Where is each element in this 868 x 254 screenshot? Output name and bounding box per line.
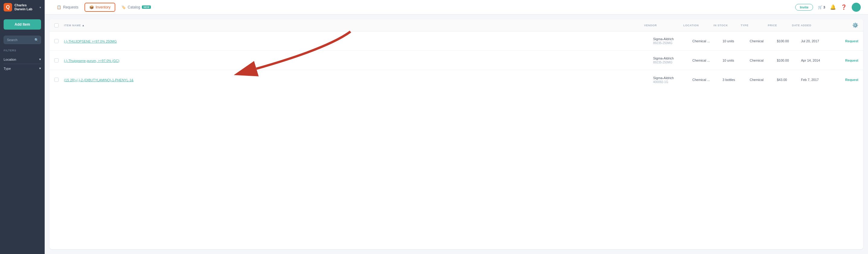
col-header-name[interactable]: ITEM NAME ▲: [64, 24, 644, 27]
filter-location[interactable]: Location ▾: [4, 55, 41, 64]
type-col: Chemical: [750, 39, 777, 43]
table-row: (-)-THUJOPSENE >=97.0% 250MG Sigma-Aldri…: [50, 31, 863, 51]
price-col: $43.00: [777, 78, 801, 82]
item-name-link[interactable]: (-)-Thujopsene,purum, >=97.0% (GC): [64, 59, 119, 62]
select-all-checkbox-col: [54, 23, 64, 27]
location-col: Chemical ...: [692, 59, 722, 62]
item-name-col: (-)-Thujopsene,purum, >=97.0% (GC): [64, 58, 653, 63]
price-col: $100.00: [777, 59, 801, 62]
vendor-name: Sigma-Aldrich: [653, 56, 692, 60]
type-col: Chemical: [750, 59, 777, 62]
tab-catalog[interactable]: 🏷️ Catalog NEW: [117, 3, 156, 12]
nav-tabs: 📋 Requests 📦 Inventory 🏷️ Catalog NEW: [52, 3, 795, 12]
request-link[interactable]: Request: [834, 78, 858, 82]
table-row: (-)-Thujopsene,purum, >=97.0% (GC) Sigma…: [50, 51, 863, 70]
sidebar-header: Q Charles Darwin Lab ▾: [0, 0, 45, 15]
date-col: Apr 14, 2014: [801, 59, 834, 62]
col-header-stock: IN STOCK: [713, 24, 741, 27]
filters-section: FILTERS Location ▾ Type ▾: [0, 44, 45, 73]
filter-type[interactable]: Type ▾: [4, 64, 41, 73]
catalog-icon: 🏷️: [121, 5, 126, 9]
col-settings[interactable]: ⚙️: [849, 22, 858, 28]
request-link[interactable]: Request: [834, 39, 858, 43]
date-col: Feb 7, 2017: [801, 78, 834, 82]
table-wrapper: ITEM NAME ▲ VENDOR LOCATION IN STOCK TYP…: [45, 15, 868, 254]
type-col: Chemical: [750, 78, 777, 82]
tab-inventory[interactable]: 📦 Inventory: [85, 3, 115, 12]
row-checkbox-col: [54, 39, 64, 43]
cart-icon: 🛒: [818, 5, 823, 9]
row-checkbox-col: [54, 58, 64, 62]
stock-col: 10 units: [722, 59, 750, 62]
col-header-location: LOCATION: [683, 24, 713, 27]
vendor-name: Sigma-Aldrich: [653, 76, 692, 80]
avatar[interactable]: [852, 3, 861, 12]
col-name-label: ITEM NAME: [64, 24, 81, 27]
item-name-link[interactable]: (-)-THUJOPSENE >=97.0% 250MG: [64, 39, 117, 43]
vendor-col: Sigma-Aldrich 400092-1G: [653, 76, 692, 84]
new-badge: NEW: [142, 5, 151, 9]
col-header-vendor: VENDOR: [644, 24, 683, 27]
main-content: 📋 Requests 📦 Inventory 🏷️ Catalog NEW In…: [45, 0, 868, 254]
location-col: Chemical ...: [692, 78, 722, 82]
tab-inventory-label: Inventory: [96, 5, 111, 9]
search-icon: 🔍: [34, 38, 39, 42]
vendor-col: Sigma-Aldrich 89235-250MG: [653, 37, 692, 45]
item-name-link[interactable]: (1S 2R)-(-)-2-(DIBUTYLAMINO)-1-PHENYL-1&: [64, 78, 133, 82]
filters-label: FILTERS: [4, 49, 41, 52]
search-box: 🔍: [4, 36, 41, 44]
filter-type-label: Type: [4, 67, 11, 70]
item-name-col: (1S 2R)-(-)-2-(DIBUTYLAMINO)-1-PHENYL-1&: [64, 77, 653, 82]
location-col: Chemical ...: [692, 39, 722, 43]
vendor-col: Sigma-Aldrich 89235-250MG: [653, 56, 692, 64]
row-checkbox[interactable]: [54, 58, 59, 62]
row-checkbox[interactable]: [54, 39, 59, 43]
requests-icon: 📋: [57, 5, 61, 9]
top-navigation: 📋 Requests 📦 Inventory 🏷️ Catalog NEW In…: [45, 0, 868, 15]
table-row: (1S 2R)-(-)-2-(DIBUTYLAMINO)-1-PHENYL-1&…: [50, 70, 863, 89]
inventory-icon: 📦: [89, 5, 94, 9]
tab-requests-label: Requests: [63, 5, 79, 9]
table-header: ITEM NAME ▲ VENDOR LOCATION IN STOCK TYP…: [50, 19, 863, 31]
chevron-down-icon[interactable]: ▾: [39, 6, 41, 9]
col-header-type: TYPE: [741, 24, 768, 27]
cart-count: 3: [823, 5, 825, 9]
vendor-sku: 89235-250MG: [653, 61, 692, 64]
vendor-sku: 89235-250MG: [653, 41, 692, 45]
vendor-name: Sigma-Aldrich: [653, 37, 692, 41]
item-name-col: (-)-THUJOPSENE >=97.0% 250MG: [64, 38, 653, 44]
tab-catalog-label: Catalog: [128, 5, 140, 9]
nav-right: Invite 🛒 3 🔔 ❓: [795, 3, 861, 12]
col-header-price: PRICE: [768, 24, 792, 27]
col-header-date: DATE ADDED: [792, 24, 825, 27]
stock-col: 3 bottles: [722, 78, 750, 82]
help-icon[interactable]: ❓: [841, 4, 847, 10]
cart-button[interactable]: 🛒 3: [818, 5, 825, 9]
price-col: $100.00: [777, 39, 801, 43]
tab-requests[interactable]: 📋 Requests: [52, 3, 83, 12]
invite-button[interactable]: Invite: [795, 4, 813, 10]
chevron-down-icon: ▾: [39, 57, 41, 61]
lab-name: Charles Darwin Lab: [14, 3, 37, 11]
stock-col: 10 units: [722, 39, 750, 43]
row-checkbox[interactable]: [54, 78, 59, 82]
bell-icon[interactable]: 🔔: [830, 4, 836, 10]
row-checkbox-col: [54, 78, 64, 82]
select-all-checkbox[interactable]: [54, 23, 59, 27]
vendor-sku: 400092-1G: [653, 80, 692, 84]
filter-location-label: Location: [4, 58, 16, 61]
q-logo[interactable]: Q: [4, 3, 12, 11]
request-link[interactable]: Request: [834, 59, 858, 62]
date-col: Jul 20, 2017: [801, 39, 834, 43]
chevron-down-icon: ▾: [39, 66, 41, 70]
add-item-button[interactable]: Add Item: [4, 19, 41, 30]
inventory-table: ITEM NAME ▲ VENDOR LOCATION IN STOCK TYP…: [50, 19, 863, 249]
sort-arrow-icon: ▲: [82, 24, 85, 27]
sidebar: Q Charles Darwin Lab ▾ Add Item 🔍 FILTER…: [0, 0, 45, 254]
